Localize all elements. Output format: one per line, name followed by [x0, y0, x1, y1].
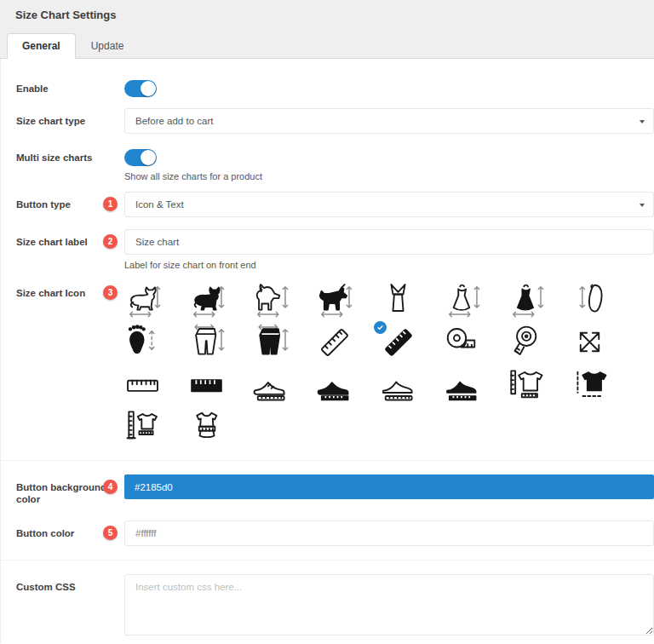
icon-option-tshirt-ruler-outline-icon[interactable] [508, 365, 571, 404]
size-chart-type-value: Before add to cart [135, 116, 213, 126]
step-badge-3: 3 [103, 285, 118, 300]
tshirt-vertical-ruler-outline-icon [124, 409, 161, 446]
multi-size-charts-help: Show all size charts for a product [124, 171, 654, 181]
icon-option-tape-measure-outline-icon[interactable] [444, 323, 508, 361]
custom-css-textarea[interactable] [124, 574, 654, 635]
field-row-custom-css: Custom CSS [1, 574, 654, 639]
step-badge-4: 4 [103, 480, 118, 494]
tape-measure-outline-icon [444, 324, 480, 360]
enable-toggle[interactable] [124, 80, 157, 97]
icon-option-shoe-ruler-filled-icon[interactable] [444, 365, 508, 404]
tab-update[interactable]: Update [76, 33, 140, 59]
size-chart-label-help: Label for size chart on front end [124, 260, 654, 270]
size-chart-type-label: Size chart type [1, 108, 124, 134]
shoe-ruler-outline-icon [380, 366, 416, 403]
dress-form-outline-icon [380, 281, 416, 318]
dress-outline-icon [444, 281, 480, 318]
icon-option-dress-outline-icon[interactable] [444, 280, 508, 319]
icon-option-cat-filled-icon[interactable] [188, 280, 252, 319]
icon-option-pants-outline-icon[interactable] [188, 323, 252, 361]
shoe-ruler-filled-icon [444, 366, 480, 403]
section-divider [1, 460, 654, 461]
field-row-enable: Enable [1, 76, 654, 97]
icon-option-dress-filled-icon[interactable] [508, 280, 571, 319]
icon-option-ruler-diagonal-outline-icon[interactable] [316, 323, 380, 361]
field-row-button-background-color: Button background color 4 [1, 474, 654, 506]
size-chart-icon-grid [124, 280, 654, 446]
sneaker-ruler-outline-icon [252, 366, 289, 403]
tab-bar: General Update [0, 33, 654, 58]
settings-panel: Enable Size chart type Before add to car… [0, 59, 654, 643]
icon-option-dog-outline-icon[interactable] [252, 280, 316, 319]
toggle-knob [141, 81, 156, 96]
enable-label: Enable [1, 76, 124, 97]
tshirt-ruler-filled-icon [571, 366, 608, 403]
pants-outline-icon [188, 324, 225, 360]
icon-option-pants-filled-icon[interactable] [252, 323, 316, 361]
ruler-horizontal-filled-icon [188, 366, 225, 403]
ruler-diagonal-outline-icon [316, 324, 353, 360]
tab-general[interactable]: General [7, 33, 76, 59]
page-title: Size Chart Settings [0, 0, 654, 23]
button-background-color-input[interactable] [124, 474, 654, 499]
multi-size-charts-toggle[interactable] [124, 149, 157, 166]
button-color-input[interactable] [124, 520, 654, 546]
shirt-tape-measure-outline-icon [188, 409, 225, 446]
toggle-knob [141, 150, 156, 165]
sneaker-ruler-filled-icon [316, 366, 353, 403]
field-row-button-color: Button color 5 [1, 520, 654, 546]
icon-option-tape-measure-roll-outline-icon[interactable] [508, 323, 571, 361]
dog-filled-icon [316, 281, 353, 318]
button-type-value: Icon & Text [135, 199, 184, 210]
field-row-size-chart-icon: Size chart Icon 3 [1, 280, 654, 446]
multi-size-charts-label: Multi size charts [1, 145, 124, 181]
chevron-down-icon [640, 120, 645, 126]
icon-option-shoe-ruler-outline-icon[interactable] [380, 365, 444, 404]
chevron-down-icon [640, 204, 645, 210]
page-header: Size Chart Settings General Update [0, 0, 654, 59]
custom-css-label: Custom CSS [1, 574, 124, 639]
field-row-size-chart-label: Size chart label 2 Label for size chart … [1, 229, 654, 270]
icon-option-shirt-tape-measure-outline-icon[interactable] [188, 408, 252, 446]
tshirt-ruler-outline-icon [508, 366, 544, 403]
field-row-multi-size-charts: Multi size charts Show all size charts f… [1, 145, 654, 181]
icon-option-dog-filled-icon[interactable] [316, 280, 380, 319]
size-chart-label-input[interactable] [124, 229, 654, 255]
size-chart-icon-label: Size chart Icon [1, 280, 124, 446]
selected-check-icon [374, 321, 387, 334]
cat-outline-icon [124, 281, 161, 318]
field-row-size-chart-type: Size chart type Before add to cart [1, 108, 654, 134]
cat-filled-icon [188, 281, 225, 318]
field-row-button-type: Button type 1 Icon & Text [1, 192, 654, 217]
dress-filled-icon [508, 281, 544, 318]
ruler-horizontal-outline-icon [124, 366, 161, 403]
icon-option-sneaker-ruler-filled-icon[interactable] [316, 365, 380, 404]
step-badge-1: 1 [103, 197, 118, 211]
icon-option-cat-outline-icon[interactable] [124, 280, 188, 319]
foot-outline-icon [571, 281, 608, 318]
icon-option-foot-outline-icon[interactable] [571, 280, 635, 319]
icon-option-tshirt-vertical-ruler-outline-icon[interactable] [124, 408, 188, 446]
icon-option-ruler-diagonal-filled-icon[interactable] [380, 323, 444, 361]
icon-option-footprint-filled-icon[interactable] [124, 323, 188, 361]
icon-option-resize-arrows-icon[interactable] [571, 323, 635, 361]
section-divider [1, 560, 654, 561]
tape-measure-roll-outline-icon [508, 324, 544, 360]
icon-option-dress-form-outline-icon[interactable] [380, 280, 444, 319]
icon-option-ruler-horizontal-filled-icon[interactable] [188, 365, 252, 404]
step-badge-5: 5 [103, 526, 118, 540]
icon-option-tshirt-ruler-filled-icon[interactable] [571, 365, 635, 404]
button-type-select[interactable]: Icon & Text [124, 192, 654, 217]
icon-option-sneaker-ruler-outline-icon[interactable] [252, 365, 316, 404]
icon-option-ruler-horizontal-outline-icon[interactable] [124, 365, 188, 404]
size-chart-type-select[interactable]: Before add to cart [124, 108, 654, 134]
footprint-filled-icon [124, 324, 161, 360]
step-badge-2: 2 [103, 234, 118, 249]
pants-filled-icon [252, 324, 289, 360]
dog-outline-icon [252, 281, 289, 318]
resize-arrows-icon [571, 324, 608, 360]
